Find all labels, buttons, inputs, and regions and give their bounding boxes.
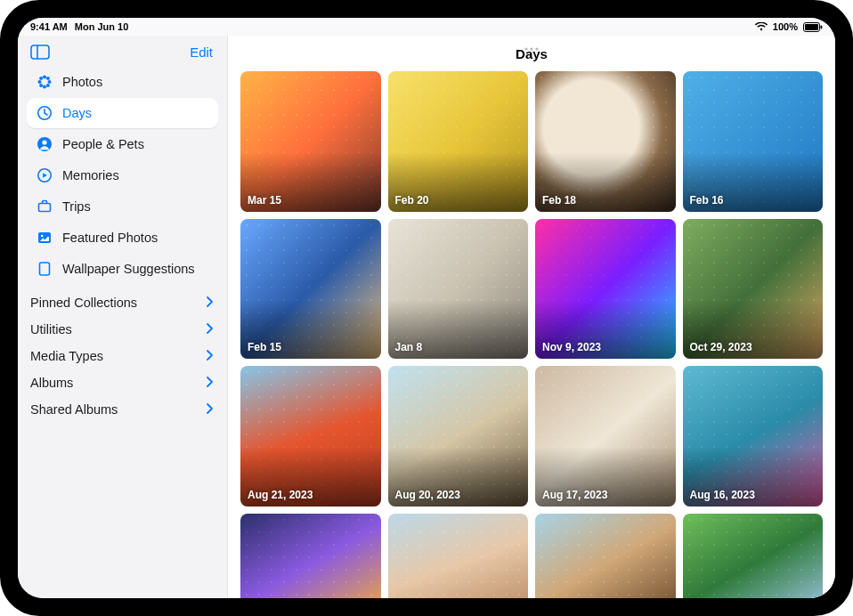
day-tile[interactable]: Aug 20, 2023 xyxy=(388,366,529,507)
svg-point-22 xyxy=(530,47,532,50)
day-tile[interactable]: Mar 15 xyxy=(240,71,381,212)
sidebar-section-media-types[interactable]: Media Types xyxy=(27,343,218,369)
day-tile[interactable]: Feb 15 xyxy=(240,219,381,360)
sidebar-section-shared-albums[interactable]: Shared Albums xyxy=(27,396,218,423)
svg-rect-20 xyxy=(40,263,50,275)
sidebar-item-people-pets[interactable]: People & Pets xyxy=(27,129,218,159)
svg-point-15 xyxy=(42,140,46,144)
photos-icon xyxy=(36,73,53,91)
svg-point-12 xyxy=(39,77,43,80)
day-date-label: Mar 15 xyxy=(248,194,281,207)
sidebar-section-label: Media Types xyxy=(30,349,103,363)
sidebar-toolbar: Edit xyxy=(27,41,218,67)
sidebar-section-label: Shared Albums xyxy=(30,402,118,417)
trips-icon xyxy=(36,198,53,215)
featured-icon xyxy=(36,229,53,247)
chevron-right-icon xyxy=(206,322,213,336)
day-tile[interactable]: Feb 16 xyxy=(683,71,824,212)
sidebar-section-utilities[interactable]: Utilities xyxy=(27,316,218,343)
day-date-label: Nov 9, 2023 xyxy=(542,341,601,353)
svg-point-7 xyxy=(43,85,46,89)
svg-rect-1 xyxy=(805,24,818,30)
day-date-label: Aug 20, 2023 xyxy=(395,489,460,501)
svg-point-10 xyxy=(46,84,50,87)
day-date-label: Aug 21, 2023 xyxy=(248,489,313,501)
sidebar-section-albums[interactable]: Albums xyxy=(27,369,218,396)
day-tile[interactable]: Aug 17, 2023 xyxy=(535,366,676,507)
wallpaper-icon xyxy=(36,260,53,278)
sidebar-item-label: Featured Photos xyxy=(62,231,158,245)
sidebar-section-label: Utilities xyxy=(30,322,72,336)
chevron-right-icon xyxy=(206,349,213,363)
memories-icon xyxy=(36,166,53,184)
day-tile[interactable]: Aug 21, 2023 xyxy=(240,366,381,507)
title-bar: Days xyxy=(228,36,835,71)
main-panel: Days Mar 15 Feb 20 Feb 18 Feb 16 Feb 15 … xyxy=(228,36,835,598)
battery-icon xyxy=(803,22,823,32)
sidebar-item-featured-photos[interactable]: Featured Photos xyxy=(27,223,218,253)
split-view: Edit Photos Days People & Pets xyxy=(18,36,835,598)
ipad-device-frame: 9:41 AM Mon Jun 10 100% E xyxy=(0,0,853,616)
chevron-right-icon xyxy=(206,402,213,417)
sidebar-section-label: Pinned Collections xyxy=(30,296,137,310)
days-icon xyxy=(36,104,53,122)
sidebar-section-label: Albums xyxy=(30,376,73,390)
chevron-right-icon xyxy=(206,296,213,310)
day-tile[interactable]: Jan 8 xyxy=(388,219,529,360)
sidebar-item-label: Trips xyxy=(62,199,91,214)
day-tile[interactable]: Feb 18 xyxy=(535,71,676,212)
day-date-label: Feb 16 xyxy=(690,194,724,207)
day-tile[interactable]: Nov 9, 2023 xyxy=(535,219,676,360)
sidebar-item-wallpaper-suggestions[interactable]: Wallpaper Suggestions xyxy=(27,254,218,284)
day-date-label: Feb 15 xyxy=(248,341,281,353)
day-date-label: Feb 20 xyxy=(395,194,429,207)
svg-point-9 xyxy=(46,77,50,80)
sidebar-item-trips[interactable]: Trips xyxy=(27,191,218,222)
svg-point-6 xyxy=(48,80,52,84)
edit-button[interactable]: Edit xyxy=(190,45,213,60)
day-tile[interactable]: Aug 16, 2023 xyxy=(683,366,824,507)
svg-point-23 xyxy=(535,47,538,50)
day-tile[interactable] xyxy=(388,514,529,599)
sidebar-item-photos[interactable]: Photos xyxy=(27,67,218,97)
day-date-label: Aug 17, 2023 xyxy=(542,489,607,501)
days-grid-scroll[interactable]: Mar 15 Feb 20 Feb 18 Feb 16 Feb 15 Jan 8… xyxy=(228,71,835,598)
chevron-right-icon xyxy=(206,376,213,390)
status-date: Mon Jun 10 xyxy=(75,21,129,32)
svg-rect-3 xyxy=(31,45,49,59)
day-tile[interactable] xyxy=(683,514,824,599)
svg-point-19 xyxy=(41,235,44,238)
sidebar-item-memories[interactable]: Memories xyxy=(27,160,218,190)
day-date-label: Jan 8 xyxy=(395,341,423,353)
svg-point-21 xyxy=(524,47,527,50)
status-time: 9:41 AM xyxy=(30,21,68,32)
sidebar-item-label: Photos xyxy=(62,75,102,89)
sidebar-item-label: Days xyxy=(62,106,92,120)
day-tile[interactable] xyxy=(240,514,381,599)
screen: 9:41 AM Mon Jun 10 100% E xyxy=(18,18,835,598)
status-battery-pct: 100% xyxy=(773,21,798,32)
svg-rect-2 xyxy=(821,25,823,28)
svg-point-5 xyxy=(43,76,46,79)
svg-rect-17 xyxy=(39,204,51,212)
day-date-label: Aug 16, 2023 xyxy=(690,489,755,501)
svg-point-8 xyxy=(38,80,42,84)
sidebar-item-label: Wallpaper Suggestions xyxy=(62,262,195,276)
status-bar: 9:41 AM Mon Jun 10 100% xyxy=(18,18,835,36)
svg-point-11 xyxy=(39,84,43,87)
sidebar-section-pinned-collections[interactable]: Pinned Collections xyxy=(27,289,218,316)
sidebar-item-label: People & Pets xyxy=(62,137,144,151)
days-grid: Mar 15 Feb 20 Feb 18 Feb 16 Feb 15 Jan 8… xyxy=(240,71,823,598)
day-tile[interactable] xyxy=(535,514,676,599)
day-date-label: Feb 18 xyxy=(542,194,576,207)
sidebar-item-label: Memories xyxy=(62,168,119,182)
multitasking-icon[interactable] xyxy=(523,39,540,55)
wifi-icon xyxy=(755,22,768,31)
day-tile[interactable]: Oct 29, 2023 xyxy=(683,219,824,360)
sidebar-toggle-icon[interactable] xyxy=(30,45,50,60)
sidebar: Edit Photos Days People & Pets xyxy=(18,36,228,598)
sidebar-item-days[interactable]: Days xyxy=(27,98,218,128)
people-icon xyxy=(36,135,53,153)
day-tile[interactable]: Feb 20 xyxy=(388,71,529,212)
sidebar-nav-list: Photos Days People & Pets Memories xyxy=(27,67,218,284)
